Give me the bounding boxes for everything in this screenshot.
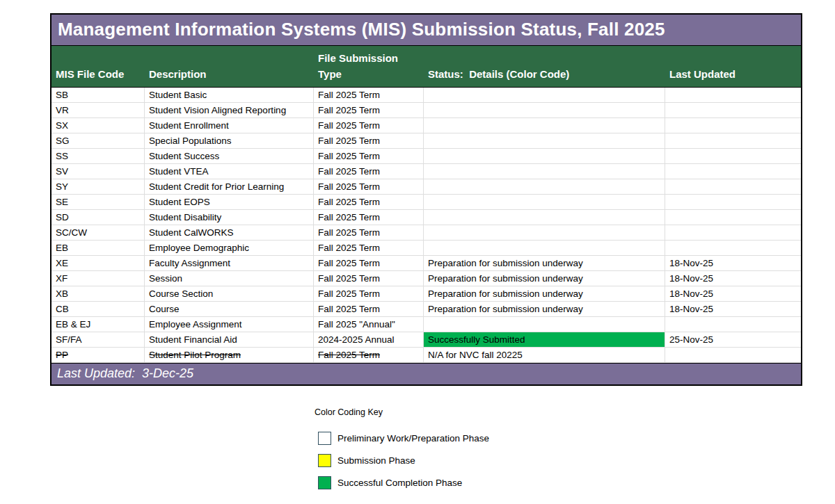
legend-label: Preliminary Work/Preparation Phase [337, 433, 489, 444]
cell-type: Fall 2025 Term [314, 179, 424, 195]
column-header-mis-file-code: MIS File Code [51, 46, 145, 87]
legend-item-completion-phase: Successful Completion Phase [313, 475, 550, 489]
cell-status [424, 317, 665, 332]
cell-updated [665, 88, 801, 103]
cell-updated [665, 210, 801, 225]
cell-updated [665, 103, 801, 118]
cell-type: Fall 2025 "Annual" [314, 317, 424, 332]
cell-type: Fall 2025 Term [314, 103, 424, 118]
table-row: SBStudent BasicFall 2025 Term [51, 88, 801, 103]
column-header-file-submission-type: File Submission Type [314, 46, 424, 87]
legend-label: Submission Phase [337, 455, 415, 466]
cell-type: Fall 2025 Term [314, 225, 424, 241]
cell-updated [665, 133, 801, 149]
cell-code: SD [51, 210, 145, 225]
cell-description: Student Financial Aid [145, 332, 314, 348]
cell-updated [665, 241, 801, 256]
cell-description: Student VTEA [145, 164, 314, 179]
cell-type: Fall 2025 Term [314, 164, 424, 179]
cell-code: XB [51, 286, 145, 302]
table-row: SYStudent Credit for Prior LearningFall … [51, 179, 801, 195]
cell-type: Fall 2025 Term [314, 348, 424, 363]
cell-code: SV [51, 164, 145, 179]
cell-updated [665, 118, 801, 133]
cell-description: Student Success [145, 149, 314, 164]
cell-updated [665, 225, 801, 241]
cell-description: Session [145, 271, 314, 286]
cell-description: Student Credit for Prior Learning [145, 179, 314, 195]
cell-updated [665, 317, 801, 332]
cell-description: Special Populations [145, 133, 314, 149]
cell-code: XF [51, 271, 145, 286]
table-row: XBCourse SectionFall 2025 TermPreparatio… [51, 286, 801, 302]
cell-type: Fall 2025 Term [314, 241, 424, 256]
table-row: EBEmployee DemographicFall 2025 Term [51, 241, 801, 256]
cell-description: Student CalWORKS [145, 225, 314, 241]
cell-type: Fall 2025 Term [314, 286, 424, 302]
cell-status: Successfully Submitted [424, 332, 665, 348]
table-row: SGSpecial PopulationsFall 2025 Term [51, 133, 801, 149]
cell-description: Student EOPS [145, 195, 314, 210]
cell-code: SG [51, 133, 145, 149]
table-row: SEStudent EOPSFall 2025 Term [51, 195, 801, 210]
cell-code: XE [51, 256, 145, 271]
cell-status: Preparation for submission underway [424, 302, 665, 317]
legend-item-preliminary-phase: Preliminary Work/Preparation Phase [313, 431, 550, 445]
cell-description: Employee Demographic [145, 241, 314, 256]
table-header-row: MIS File CodeDescriptionFile Submission … [51, 46, 801, 88]
table-row: SF/FAStudent Financial Aid2024-2025 Annu… [51, 332, 801, 348]
cell-updated [665, 179, 801, 195]
cell-description: Employee Assignment [145, 317, 314, 332]
cell-status [424, 164, 665, 179]
table-row: PPStudent Pilot ProgramFall 2025 TermN/A… [51, 348, 801, 363]
column-header-last-updated: Last Updated [665, 46, 801, 87]
legend-item-submission-phase: Submission Phase [313, 453, 550, 467]
cell-type: Fall 2025 Term [314, 302, 424, 317]
cell-type: 2024-2025 Annual [314, 332, 424, 348]
table-row: SVStudent VTEAFall 2025 Term [51, 164, 801, 179]
cell-updated: 18-Nov-25 [665, 302, 801, 317]
cell-updated [665, 348, 801, 363]
legend-swatch-preliminary-phase [318, 432, 331, 445]
cell-description: Faculty Assignment [145, 256, 314, 271]
cell-description: Student Enrollment [145, 118, 314, 133]
cell-status [424, 241, 665, 256]
column-header-status-details: Status: Details (Color Code) [424, 46, 665, 87]
legend-title: Color Coding Key [315, 407, 550, 417]
cell-type: Fall 2025 Term [314, 118, 424, 133]
cell-status [424, 225, 665, 241]
cell-code: SB [51, 88, 145, 103]
table-row: CBCourseFall 2025 TermPreparation for su… [51, 302, 801, 317]
table-row: VRStudent Vision Aligned ReportingFall 2… [51, 103, 801, 118]
legend-swatch-completion-phase [318, 476, 331, 489]
cell-code: CB [51, 302, 145, 317]
cell-type: Fall 2025 Term [314, 210, 424, 225]
mis-status-table: Management Information Systems (MIS) Sub… [50, 13, 802, 386]
legend-swatch-submission-phase [318, 454, 331, 467]
column-header-description: Description [145, 46, 314, 87]
cell-status: Preparation for submission underway [424, 271, 665, 286]
cell-status [424, 149, 665, 164]
cell-code: SF/FA [51, 332, 145, 348]
cell-code: SX [51, 118, 145, 133]
cell-code: SY [51, 179, 145, 195]
table-row: SC/CWStudent CalWORKSFall 2025 Term [51, 225, 801, 241]
cell-code: SS [51, 149, 145, 164]
table-row: SDStudent DisabilityFall 2025 Term [51, 210, 801, 225]
cell-type: Fall 2025 Term [314, 271, 424, 286]
cell-status [424, 210, 665, 225]
cell-description: Student Pilot Program [145, 348, 314, 363]
legend-label: Successful Completion Phase [337, 478, 462, 488]
table-row: SSStudent SuccessFall 2025 Term [51, 149, 801, 164]
cell-code: SC/CW [51, 225, 145, 241]
table-row: XFSessionFall 2025 TermPreparation for s… [51, 271, 801, 286]
cell-description: Course [145, 302, 314, 317]
cell-status [424, 103, 665, 118]
cell-type: Fall 2025 Term [314, 88, 424, 103]
table-footer-last-updated: Last Updated: 3-Dec-25 [51, 363, 801, 384]
cell-type: Fall 2025 Term [314, 133, 424, 149]
color-coding-key: Color Coding Key Preliminary Work/Prepar… [313, 407, 550, 498]
cell-code: VR [51, 103, 145, 118]
cell-status: N/A for NVC fall 20225 [424, 348, 665, 363]
cell-status: Preparation for submission underway [424, 286, 665, 302]
